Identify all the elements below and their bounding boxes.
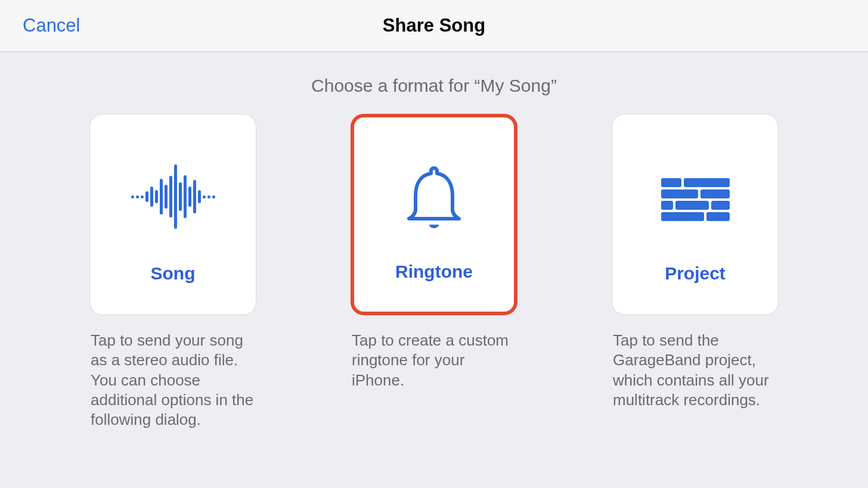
option-ringtone-description: Tap to create a custom ringtone for your… <box>351 331 517 390</box>
waveform-icon <box>131 149 215 244</box>
option-song-title: Song <box>151 263 196 284</box>
option-project-card[interactable]: Project <box>612 114 779 315</box>
format-options: Song Tap to send your song as a stereo a… <box>0 114 868 430</box>
option-song-description: Tap to send your song as a stereo audio … <box>89 331 256 430</box>
option-project-column: Project Tap to send the GarageBand proje… <box>612 114 779 430</box>
header-bar: Cancel Share Song <box>0 0 868 52</box>
cancel-button[interactable]: Cancel <box>23 15 80 36</box>
option-song-card[interactable]: Song <box>89 114 256 315</box>
option-ringtone-column: Ringtone Tap to create a custom ringtone… <box>351 114 517 430</box>
tracks-icon <box>661 149 730 244</box>
option-song-column: Song Tap to send your song as a stereo a… <box>89 114 256 430</box>
option-project-title: Project <box>665 263 726 284</box>
bell-icon <box>401 150 467 245</box>
option-ringtone-title: Ringtone <box>395 262 473 282</box>
option-project-description: Tap to send the GarageBand project, whic… <box>612 331 779 410</box>
page-title: Share Song <box>383 15 485 36</box>
subtitle-text: Choose a format for “My Song” <box>0 76 868 96</box>
option-ringtone-card[interactable]: Ringtone <box>351 114 517 315</box>
